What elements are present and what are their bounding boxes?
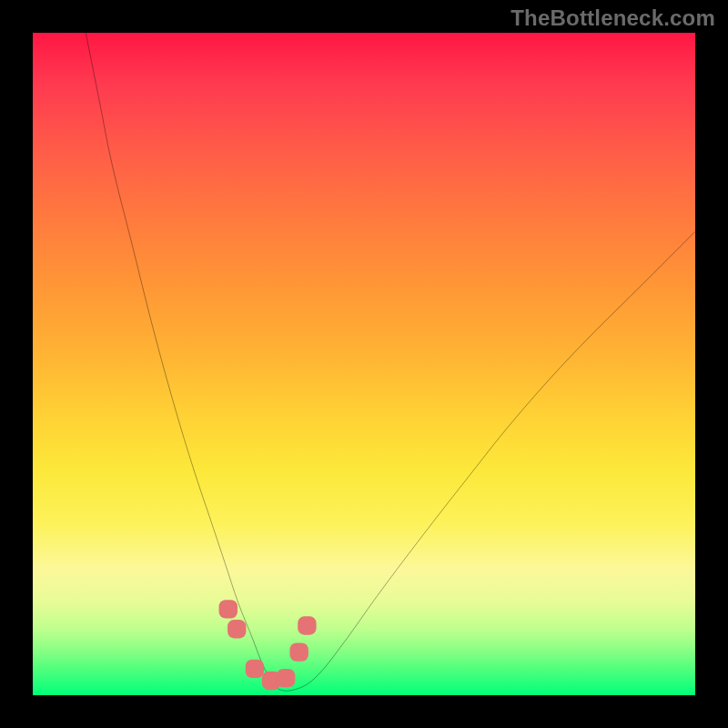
watermark-text: TheBottleneck.com [511, 5, 715, 31]
marker [219, 600, 238, 618]
marker-group [219, 600, 317, 690]
plot-area [33, 33, 695, 695]
chart-svg [33, 33, 695, 695]
bottleneck-curve [86, 33, 695, 691]
marker [277, 669, 295, 687]
marker [298, 616, 316, 634]
marker [246, 660, 264, 678]
marker [228, 620, 246, 638]
marker [289, 642, 308, 661]
